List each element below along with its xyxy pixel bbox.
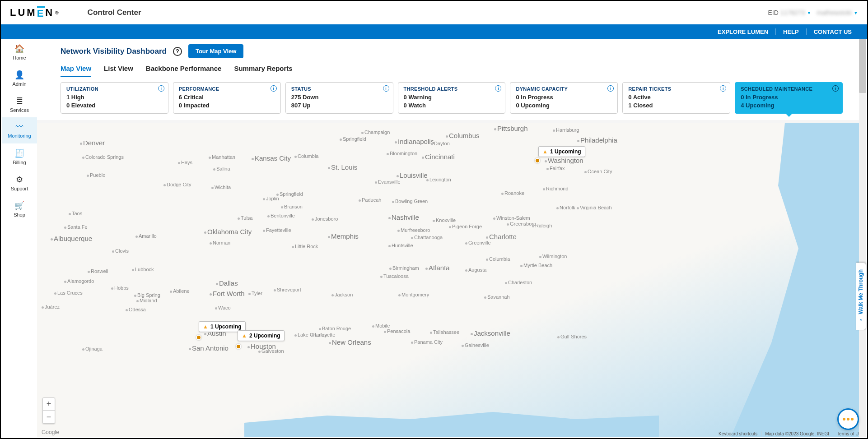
receipt-icon: 🧾 bbox=[14, 148, 24, 158]
city-label: Louisville bbox=[397, 171, 428, 179]
map-marker-dot[interactable] bbox=[535, 158, 540, 163]
warning-icon: ▲ bbox=[242, 333, 247, 339]
info-icon[interactable]: i bbox=[720, 85, 726, 92]
city-label: Hays bbox=[178, 160, 192, 165]
info-icon[interactable]: i bbox=[495, 85, 501, 92]
city-label: Norfolk bbox=[556, 205, 575, 210]
city-label: Paducah bbox=[359, 197, 381, 203]
sidebar-item-support[interactable]: ⚙ Support bbox=[2, 170, 37, 196]
page-title: Network Visibility Dashboard bbox=[61, 47, 167, 56]
card-scheduled-maintenance[interactable]: SCHEDULED MAINTENANCE i 0 In Progress4 U… bbox=[735, 82, 843, 114]
google-logo: Google bbox=[42, 429, 59, 435]
tab-backbone[interactable]: Backbone Performance bbox=[146, 65, 222, 77]
map-marker-dot[interactable] bbox=[236, 344, 241, 349]
city-label: Albuquerque bbox=[51, 235, 92, 242]
city-label: San Antonio bbox=[189, 344, 229, 352]
city-label: Winston-Salem bbox=[493, 215, 530, 221]
city-label: Lafayette bbox=[312, 332, 335, 337]
card-performance[interactable]: PERFORMANCE i 6 Critical0 Impacted bbox=[173, 82, 281, 114]
map-marker[interactable]: ▲ 2 Upcoming bbox=[238, 330, 285, 341]
logo[interactable]: LUMEN® bbox=[10, 6, 61, 19]
sidebar-item-monitoring[interactable]: 〰 Monitoring bbox=[2, 117, 37, 143]
card-threshold[interactable]: THRESHOLD ALERTS i 0 Warning0 Watch bbox=[398, 82, 506, 114]
help-icon[interactable]: ? bbox=[173, 47, 182, 56]
city-label: Augusta bbox=[465, 267, 486, 273]
city-label: Murfreesboro bbox=[397, 227, 430, 233]
zoom-in-button[interactable]: + bbox=[43, 398, 55, 411]
user-dropdown[interactable]: mathewstoki ▼ bbox=[817, 9, 858, 16]
city-label: Tyler bbox=[248, 291, 262, 296]
scrollbar[interactable] bbox=[859, 39, 866, 437]
scrollbar-thumb[interactable] bbox=[859, 39, 866, 93]
city-label: Nashville bbox=[388, 213, 419, 221]
info-icon[interactable]: i bbox=[607, 85, 614, 92]
sidebar-item-billing[interactable]: 🧾 Billing bbox=[2, 143, 37, 170]
city-label: Richmond bbox=[543, 186, 569, 191]
city-label: Springfield bbox=[340, 136, 366, 142]
stat-cards: UTILIZATION i 1 High0 Elevated PERFORMAN… bbox=[37, 78, 866, 114]
tab-list-view[interactable]: List View bbox=[104, 65, 133, 77]
sidebar-item-admin[interactable]: 👤 Admin bbox=[2, 65, 37, 91]
city-label: Virginia Beach bbox=[577, 205, 612, 210]
city-label: Roswell bbox=[88, 268, 108, 274]
city-label: Fayetteville bbox=[263, 227, 291, 233]
sidebar-item-services[interactable]: ≣ Services bbox=[2, 91, 37, 117]
city-label: Montgomery bbox=[398, 292, 429, 297]
map-marker[interactable]: ▲ 1 Upcoming bbox=[538, 146, 585, 157]
city-label: Ojinaga bbox=[82, 346, 103, 351]
tab-map-view[interactable]: Map View bbox=[61, 65, 91, 77]
gear-icon: ⚙ bbox=[16, 175, 23, 185]
info-icon[interactable]: i bbox=[832, 85, 839, 92]
nav-explore[interactable]: EXPLORE LUMEN bbox=[710, 28, 775, 35]
city-label: Atlanta bbox=[425, 264, 450, 272]
active-indicator bbox=[784, 112, 793, 117]
info-icon[interactable]: i bbox=[271, 85, 277, 92]
card-status[interactable]: STATUS i 275 Down807 Up bbox=[285, 82, 393, 114]
city-label: Juárez bbox=[42, 304, 60, 310]
chat-button[interactable] bbox=[837, 408, 859, 430]
map-marker-dot[interactable] bbox=[196, 335, 201, 340]
city-label: Pigeon Forge bbox=[449, 224, 482, 229]
tabs: Map View List View Backbone Performance … bbox=[61, 65, 843, 78]
eid-dropdown[interactable]: EID 1178273 ▼ bbox=[768, 9, 812, 16]
info-icon[interactable]: i bbox=[383, 85, 389, 92]
person-icon: 👤 bbox=[14, 70, 24, 80]
city-label: Cincinnati bbox=[422, 153, 455, 161]
city-label: Dallas bbox=[216, 279, 238, 287]
top-nav: EXPLORE LUMEN HELP CONTACT US bbox=[1, 24, 867, 39]
city-label: Taos bbox=[69, 211, 82, 216]
tab-summary[interactable]: Summary Reports bbox=[234, 65, 292, 77]
chevron-down-icon: ▼ bbox=[854, 10, 858, 15]
city-label: Charlotte bbox=[486, 233, 517, 240]
warning-icon: ▲ bbox=[542, 148, 548, 155]
card-dynamic-capacity[interactable]: DYNAMIC CAPACITY i 0 In Progress0 Upcomi… bbox=[510, 82, 618, 114]
tour-button[interactable]: Tour Map View bbox=[188, 44, 244, 58]
sidebar-item-home[interactable]: 🏠 Home bbox=[2, 39, 37, 65]
city-label: Evansville bbox=[375, 179, 401, 185]
info-icon[interactable]: i bbox=[158, 85, 164, 92]
nav-help[interactable]: HELP bbox=[775, 28, 806, 35]
card-utilization[interactable]: UTILIZATION i 1 High0 Elevated bbox=[61, 82, 168, 114]
city-label: Pensacola bbox=[384, 328, 410, 334]
city-label: Hobbs bbox=[111, 285, 129, 291]
city-label: Alamogordo bbox=[64, 278, 94, 284]
zoom-out-button[interactable]: − bbox=[43, 411, 55, 423]
nav-contact[interactable]: CONTACT US bbox=[806, 28, 859, 35]
city-label: Pueblo bbox=[87, 172, 105, 178]
keyboard-shortcuts-link[interactable]: Keyboard shortcuts bbox=[715, 431, 757, 436]
sidebar-item-shop[interactable]: 🛒 Shop bbox=[2, 196, 37, 222]
city-label: Baton Rouge bbox=[319, 326, 351, 331]
city-label: Huntsville bbox=[388, 243, 413, 248]
city-label: Abilene bbox=[170, 288, 190, 294]
map-canvas[interactable]: DenverKansas CitySt. LouisIndianapolisCo… bbox=[37, 123, 866, 437]
card-repair-tickets[interactable]: REPAIR TICKETS i 0 Active1 Closed bbox=[622, 82, 730, 114]
header: LUMEN® Control Center EID 1178273 ▼ math… bbox=[1, 1, 867, 24]
list-icon: ≣ bbox=[16, 96, 23, 106]
city-label: St. Louis bbox=[328, 163, 357, 171]
city-label: Charleston bbox=[505, 280, 532, 285]
city-label: Fairfax bbox=[546, 166, 565, 171]
city-label: Bloomington bbox=[387, 151, 417, 156]
walk-me-through-tab[interactable]: ⌃ Walk Me Through bbox=[856, 263, 866, 330]
city-label: Columbia bbox=[294, 153, 318, 159]
city-label: Springfield bbox=[276, 191, 303, 197]
